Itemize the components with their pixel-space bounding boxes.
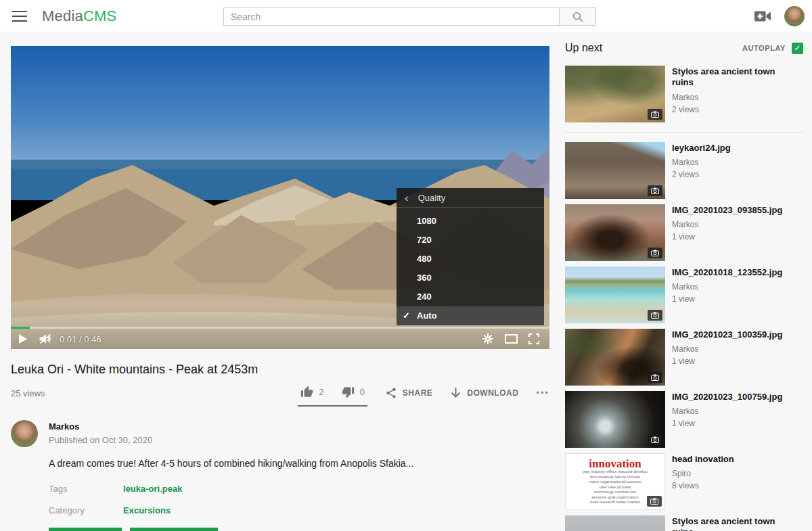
menu-icon[interactable] bbox=[12, 11, 27, 22]
up-next-thumbnail bbox=[565, 329, 665, 386]
up-next-thumbnail bbox=[565, 515, 665, 531]
up-next-item-title: IMG_20201023_093855.jpg bbox=[672, 205, 782, 216]
up-next-item-views: 1 view bbox=[672, 419, 782, 428]
quality-option-720[interactable]: 720 bbox=[397, 231, 544, 250]
image-media-camera-icon bbox=[648, 248, 662, 258]
up-next-item[interactable]: Stylos area ancient town ruinsMarkos2 vi… bbox=[565, 66, 803, 122]
wordcloud-line: way industry effect reduced develop bbox=[583, 469, 648, 475]
quality-option-480[interactable]: 480 bbox=[397, 250, 544, 269]
up-next-item-views: 1 view bbox=[672, 232, 782, 241]
theater-mode-icon[interactable] bbox=[499, 329, 522, 349]
up-next-thumbnail bbox=[565, 142, 665, 199]
category-link[interactable]: Excursions bbox=[123, 505, 171, 515]
top-bar: MediaCMS bbox=[0, 0, 812, 32]
time-display: 0:01 / 0:46 bbox=[60, 334, 101, 344]
settings-gear-icon[interactable] bbox=[476, 329, 499, 349]
up-next-thumbnail: innovationway industry effect reduced de… bbox=[565, 453, 665, 510]
tag-link-leuka-ori[interactable]: leuka-ori bbox=[123, 484, 160, 494]
up-next-item-author: Markos bbox=[672, 344, 782, 354]
up-next-item-title: leykaori24.jpg bbox=[672, 143, 731, 154]
quality-menu-title: Quality bbox=[418, 193, 445, 203]
wordcloud-line: level research better market bbox=[590, 500, 640, 505]
up-next-item-author: Markos bbox=[672, 158, 731, 167]
up-next-title: Up next bbox=[565, 42, 602, 54]
media-description: A dream comes true! After 4-5 hours of c… bbox=[49, 458, 549, 469]
download-button[interactable]: DOWNLOAD bbox=[450, 387, 518, 399]
up-next-item[interactable]: IMG_20201023_100359.jpgMarkos1 view bbox=[565, 329, 803, 386]
media-title: Leuka Ori - White mountains - Peak at 24… bbox=[11, 363, 549, 377]
autoplay-label: AUTOPLAY bbox=[742, 44, 786, 52]
up-next-item[interactable]: leykaori24.jpgMarkos2 views bbox=[565, 142, 803, 199]
wordcloud-line: many organizational sources bbox=[589, 480, 641, 485]
quality-option-360[interactable]: 360 bbox=[397, 269, 544, 287]
tag-link-peak[interactable]: peak bbox=[162, 484, 183, 494]
tags-list: leuka-ori,peak bbox=[123, 484, 182, 494]
up-next-item-author: Markos bbox=[672, 220, 782, 229]
quality-option-auto[interactable]: ✓Auto bbox=[397, 306, 544, 325]
up-next-item-title: IMG_20201023_100359.jpg bbox=[672, 329, 782, 340]
thumbs-up-icon bbox=[300, 386, 313, 398]
up-next-item[interactable]: innovationway industry effect reduced de… bbox=[565, 453, 803, 510]
like-button[interactable]: 2 bbox=[300, 386, 323, 398]
up-next-item-views: 2 views bbox=[672, 105, 797, 114]
up-next-item-title: Stylos area ancient town ruins bbox=[672, 66, 797, 89]
wordcloud-line: services goal organization bbox=[591, 495, 638, 501]
up-next-item-author: Markos bbox=[672, 93, 797, 102]
category-label: Category bbox=[49, 505, 123, 515]
dislike-count: 0 bbox=[360, 387, 365, 397]
autoplay-checkbox[interactable]: ✓ bbox=[792, 43, 803, 54]
search-icon bbox=[572, 11, 584, 23]
quality-option-240[interactable]: 240 bbox=[397, 287, 544, 306]
logo[interactable]: MediaCMS bbox=[42, 7, 116, 25]
author-name[interactable]: Markos bbox=[49, 421, 152, 432]
up-next-item[interactable]: IMG_20201023_093855.jpgMarkos1 view bbox=[565, 204, 803, 261]
quality-menu: ‹ Quality 1080720480360240✓Auto bbox=[397, 188, 544, 325]
quality-menu-back[interactable]: ‹ Quality bbox=[397, 188, 544, 208]
image-media-camera-icon bbox=[648, 310, 662, 321]
volume-muted-icon[interactable] bbox=[34, 329, 57, 349]
delete-media-button[interactable]: DELETE MEDIA bbox=[130, 528, 217, 531]
quality-option-1080[interactable]: 1080 bbox=[397, 212, 544, 231]
play-button[interactable] bbox=[11, 329, 34, 349]
up-next-item[interactable]: IMG_20201018_123552.jpgMarkos1 view bbox=[565, 267, 803, 323]
wordcloud-line: user new process bbox=[599, 485, 631, 490]
fullscreen-icon[interactable] bbox=[522, 329, 545, 349]
edit-media-button[interactable]: EDIT MEDIA bbox=[49, 528, 122, 531]
up-next-thumbnail bbox=[565, 204, 665, 261]
published-date: Published on Oct 30, 2020 bbox=[49, 435, 152, 445]
wordcloud-line: firm creativity failure include bbox=[590, 475, 640, 480]
like-count: 2 bbox=[319, 387, 323, 397]
up-next-item-title: Stylos area ancient town ruins bbox=[672, 516, 797, 531]
search-input[interactable] bbox=[223, 7, 559, 26]
image-media-camera-icon bbox=[648, 109, 662, 120]
share-label: SHARE bbox=[403, 388, 433, 398]
up-next-item-views: 2 views bbox=[672, 170, 731, 179]
share-button[interactable]: SHARE bbox=[385, 387, 433, 399]
check-icon: ✓ bbox=[794, 43, 800, 53]
up-next-thumbnail bbox=[565, 391, 665, 448]
upload-media-icon[interactable] bbox=[754, 9, 771, 24]
up-next-item-views: 1 view bbox=[672, 356, 782, 366]
video-player[interactable]: 0:01 / 0:46 bbox=[11, 46, 549, 349]
thumbs-down-icon bbox=[342, 386, 355, 398]
up-next-item[interactable]: Stylos area ancient town ruinsMarkos bbox=[565, 515, 803, 531]
share-icon bbox=[385, 387, 397, 399]
back-chevron-icon: ‹ bbox=[405, 192, 409, 204]
sidebar-divider bbox=[565, 132, 803, 133]
up-next-item-views: 8 views bbox=[672, 481, 734, 490]
more-options-icon[interactable]: ••• bbox=[536, 388, 549, 398]
image-media-camera-icon bbox=[648, 372, 662, 383]
image-media-camera-icon bbox=[648, 434, 662, 445]
up-next-item[interactable]: IMG_20201023_100759.jpgMarkos1 view bbox=[565, 391, 803, 448]
up-next-item-title: IMG_20201018_123552.jpg bbox=[672, 267, 782, 278]
wordcloud-main-word: innovation bbox=[589, 458, 641, 469]
image-media-camera-icon bbox=[647, 496, 662, 507]
user-avatar[interactable] bbox=[784, 6, 805, 26]
up-next-sidebar: Up next AUTOPLAY ✓ Stylos area ancient t… bbox=[565, 42, 803, 531]
wordcloud-line: technology method use bbox=[594, 490, 636, 495]
up-next-thumbnail bbox=[565, 66, 665, 122]
up-next-thumbnail bbox=[565, 267, 665, 323]
dislike-button[interactable]: 0 bbox=[342, 386, 365, 398]
search-button[interactable] bbox=[559, 7, 596, 26]
author-avatar[interactable] bbox=[11, 420, 38, 447]
